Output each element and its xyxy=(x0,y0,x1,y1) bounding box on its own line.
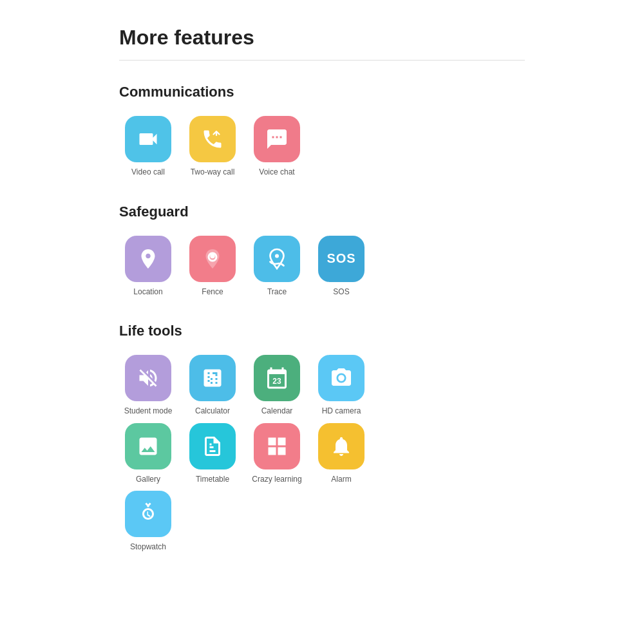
two-way-call-label: Two-way call xyxy=(191,167,235,178)
section-title-safeguard: Safeguard xyxy=(119,204,525,220)
section-communications: Communications Video call Two-way cal xyxy=(119,84,525,178)
student-mode-label: Student mode xyxy=(124,406,173,417)
svg-point-2 xyxy=(275,254,279,258)
fence-icon-box xyxy=(189,236,236,282)
crazy-learning-label: Crazy learning xyxy=(252,475,301,485)
location-pin-icon xyxy=(137,247,160,270)
stopwatch-label: Stopwatch xyxy=(130,542,166,553)
svg-text:23: 23 xyxy=(272,377,281,386)
feature-sos[interactable]: SOS SOS xyxy=(312,236,370,298)
svg-point-1 xyxy=(210,253,215,258)
mute-icon xyxy=(137,366,160,390)
timetable-icon-box xyxy=(189,423,236,469)
video-call-icon-box xyxy=(125,116,171,162)
location-icon-box xyxy=(125,236,171,282)
timetable-label: Timetable xyxy=(196,475,229,485)
gallery-icon-box xyxy=(125,423,171,469)
feature-calculator[interactable]: Calculator xyxy=(184,355,242,417)
feature-stopwatch[interactable]: Stopwatch xyxy=(119,491,177,553)
alarm-label: Alarm xyxy=(331,475,351,485)
calendar-icon-box: 23 xyxy=(254,355,300,401)
calendar-icon: 23 xyxy=(265,366,289,390)
section-safeguard: Safeguard Location Fence xyxy=(119,204,525,298)
trace-icon xyxy=(265,247,289,270)
stopwatch-icon-box xyxy=(125,491,171,537)
fence-icon xyxy=(201,247,224,270)
alarm-icon xyxy=(330,435,353,458)
phone-icon xyxy=(201,128,224,151)
feature-video-call[interactable]: Video call xyxy=(119,116,177,178)
feature-trace[interactable]: Trace xyxy=(248,236,306,298)
gallery-label: Gallery xyxy=(136,475,160,485)
feature-two-way-call[interactable]: Two-way call xyxy=(184,116,242,178)
feature-student-mode[interactable]: Student mode xyxy=(119,355,177,417)
feature-timetable[interactable]: Timetable xyxy=(184,423,242,485)
trace-icon-box xyxy=(254,236,300,282)
grid-icon xyxy=(265,435,289,458)
calendar-label: Calendar xyxy=(261,406,293,417)
feature-gallery[interactable]: Gallery xyxy=(119,423,177,485)
calculator-icon xyxy=(201,366,224,390)
video-call-label: Video call xyxy=(131,167,165,178)
feature-alarm[interactable]: Alarm xyxy=(312,423,370,485)
timetable-icon xyxy=(201,435,224,458)
feature-calendar[interactable]: 23 Calendar xyxy=(248,355,306,417)
sos-label: SOS xyxy=(333,287,349,298)
trace-label: Trace xyxy=(267,287,287,298)
calculator-label: Calculator xyxy=(195,406,230,417)
video-icon xyxy=(137,128,160,151)
voice-chat-icon-box xyxy=(254,116,300,162)
feature-crazy-learning[interactable]: Crazy learning xyxy=(248,423,306,485)
gallery-icon xyxy=(137,435,160,458)
feature-voice-chat[interactable]: Voice chat xyxy=(248,116,306,178)
section-title-communications: Communications xyxy=(119,84,525,100)
alarm-icon-box xyxy=(318,423,365,469)
safeguard-row: Location Fence xyxy=(119,236,525,298)
sos-icon-box: SOS xyxy=(318,236,365,282)
student-mode-icon-box xyxy=(125,355,171,401)
communications-row: Video call Two-way call Voice chat xyxy=(119,116,525,178)
feature-hd-camera[interactable]: HD camera xyxy=(312,355,370,417)
calculator-icon-box xyxy=(189,355,236,401)
section-life-tools: Life tools Student mode Calculator xyxy=(119,323,525,553)
chat-icon xyxy=(265,128,289,151)
page-container: More features Communications Video call xyxy=(80,0,564,644)
hd-camera-icon-box xyxy=(318,355,365,401)
life-tools-row2: Gallery Timetable Crazy learning xyxy=(119,423,525,485)
camera-icon xyxy=(330,366,353,390)
hd-camera-label: HD camera xyxy=(322,406,361,417)
location-label: Location xyxy=(133,287,162,298)
section-title-life-tools: Life tools xyxy=(119,323,525,339)
crazy-learning-icon-box xyxy=(254,423,300,469)
stopwatch-icon xyxy=(137,502,160,526)
section-divider xyxy=(119,60,525,61)
feature-location[interactable]: Location xyxy=(119,236,177,298)
two-way-call-icon-box xyxy=(189,116,236,162)
voice-chat-label: Voice chat xyxy=(259,167,294,178)
life-tools-row1: Student mode Calculator 23 Calendar xyxy=(119,355,525,417)
feature-fence[interactable]: Fence xyxy=(184,236,242,298)
sos-text: SOS xyxy=(327,251,355,266)
page-title: More features xyxy=(119,26,525,50)
life-tools-row3: Stopwatch xyxy=(119,491,525,553)
fence-label: Fence xyxy=(202,287,223,298)
